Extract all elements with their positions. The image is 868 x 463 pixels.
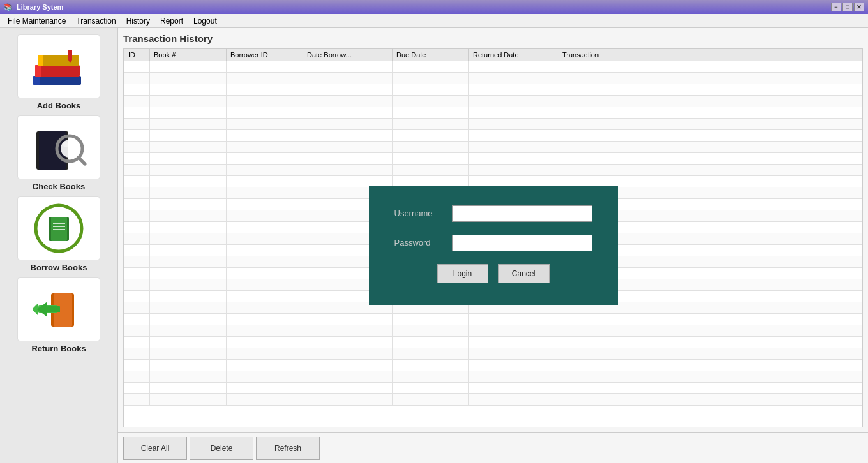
return-books-icon-box (17, 277, 100, 341)
col-returned: Returned Date (469, 49, 558, 61)
page-title: Transaction History (123, 33, 863, 44)
svg-rect-0 (33, 76, 81, 85)
svg-rect-4 (38, 55, 79, 66)
sidebar: Add Books Check Books (0, 28, 118, 463)
delete-button[interactable]: Delete (190, 437, 253, 460)
add-books-icon-box (17, 34, 100, 98)
table-row (124, 325, 862, 337)
borrow-books-icon-box (17, 196, 100, 260)
borrow-books-icon (33, 203, 84, 254)
svg-rect-1 (33, 76, 40, 85)
svg-rect-2 (35, 65, 80, 77)
table-row (124, 383, 862, 394)
username-label: Username (394, 209, 445, 218)
table-row (124, 61, 862, 73)
add-books-icon (30, 41, 87, 92)
table-row (124, 130, 862, 142)
menubar: File Maintenance Transaction History Rep… (0, 14, 868, 28)
titlebar-icon: 📚 (4, 3, 13, 11)
dialog-buttons: Login Cancel (394, 264, 592, 283)
refresh-button[interactable]: Refresh (256, 437, 320, 460)
svg-line-12 (79, 158, 85, 164)
col-transaction: Transaction (558, 49, 862, 61)
svg-rect-3 (35, 65, 41, 77)
titlebar-controls: − □ ✕ (831, 3, 864, 11)
col-id: ID (124, 49, 150, 61)
svg-point-11 (61, 140, 79, 158)
menu-history[interactable]: History (121, 15, 155, 27)
check-books-icon (30, 122, 87, 173)
sidebar-item-return-books[interactable]: Return Books (8, 277, 110, 353)
table-row (124, 371, 862, 383)
sidebar-item-add-books[interactable]: Add Books (8, 34, 110, 110)
table-row (124, 348, 862, 360)
return-books-icon (33, 284, 84, 335)
table-row (124, 153, 862, 165)
col-borrower: Borrower ID (227, 49, 303, 61)
content-wrapper: Transaction History ID Book # Borrower I… (118, 28, 868, 463)
svg-marker-24 (37, 302, 47, 317)
table-row (124, 314, 862, 325)
password-row: Password (394, 235, 592, 251)
table-row (124, 360, 862, 371)
table-row (124, 394, 862, 406)
maximize-button[interactable]: □ (842, 3, 853, 11)
svg-rect-5 (38, 55, 43, 66)
table-row (124, 107, 862, 119)
minimize-button[interactable]: − (831, 3, 841, 11)
table-row (124, 96, 862, 107)
titlebar-title: Library Sytem (17, 3, 63, 11)
svg-point-13 (63, 142, 68, 147)
titlebar: 📚 Library Sytem − □ ✕ (0, 0, 868, 14)
col-due-date: Due Date (393, 49, 469, 61)
menu-file-maintenance[interactable]: File Maintenance (3, 15, 71, 27)
sidebar-item-borrow-books[interactable]: Borrow Books (8, 196, 110, 272)
table-row (124, 142, 862, 153)
menu-logout[interactable]: Logout (188, 15, 222, 27)
menu-transaction[interactable]: Transaction (71, 15, 121, 27)
check-books-icon-box (17, 115, 100, 179)
username-input[interactable] (452, 205, 592, 222)
table-row (124, 165, 862, 176)
table-row (124, 73, 862, 84)
check-books-label: Check Books (33, 182, 85, 191)
return-books-label: Return Books (31, 344, 86, 353)
sidebar-item-check-books[interactable]: Check Books (8, 115, 110, 191)
password-label: Password (394, 238, 445, 247)
password-input[interactable] (452, 235, 592, 251)
table-row (124, 119, 862, 130)
col-book: Book # (150, 49, 227, 61)
main-layout: Add Books Check Books (0, 28, 868, 463)
table-row (124, 84, 862, 96)
svg-rect-16 (51, 217, 67, 241)
username-row: Username (394, 205, 592, 222)
borrow-books-label: Borrow Books (31, 263, 87, 272)
cancel-button[interactable]: Cancel (498, 264, 550, 283)
svg-rect-6 (68, 50, 72, 60)
col-date-borrow: Date Borrow... (303, 49, 393, 61)
login-button[interactable]: Login (437, 264, 488, 283)
clear-all-button[interactable]: Clear All (123, 437, 187, 460)
svg-rect-25 (47, 306, 60, 312)
close-button[interactable]: ✕ (854, 3, 864, 11)
add-books-label: Add Books (37, 101, 81, 110)
bottom-bar: Clear All Delete Refresh (118, 432, 868, 463)
titlebar-left: 📚 Library Sytem (4, 3, 63, 11)
login-dialog: Username Password Login Cancel (369, 186, 618, 305)
menu-report[interactable]: Report (155, 15, 188, 27)
table-row (124, 337, 862, 348)
